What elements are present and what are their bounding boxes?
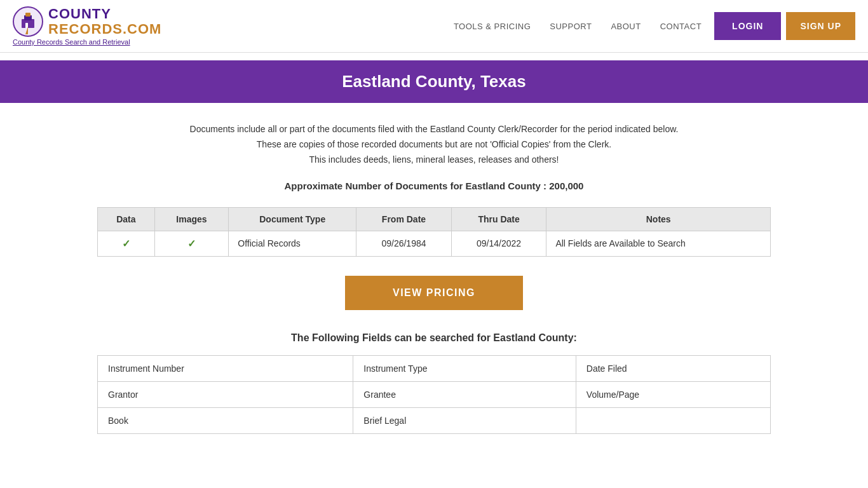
col-header-doctype: Document Type xyxy=(229,207,356,231)
cell-data-check: ✓ xyxy=(98,231,155,256)
svg-rect-3 xyxy=(25,13,31,17)
table-row: ✓ ✓ Official Records 09/26/1984 09/14/20… xyxy=(98,231,771,256)
fields-row-1: Instrument Number Instrument Type Date F… xyxy=(98,355,771,381)
description-block: Documents include all or part of the doc… xyxy=(97,122,771,167)
description-line3: This includes deeds, liens, mineral leas… xyxy=(97,152,771,168)
fields-row-2: Grantor Grantee Volume/Page xyxy=(98,381,771,407)
view-pricing-button[interactable]: VIEW PRICING xyxy=(345,276,523,310)
description-line2: These are copies of those recorded docum… xyxy=(97,137,771,152)
logo-records-text: RECORDS.COM xyxy=(48,22,161,37)
svg-rect-4 xyxy=(25,23,28,28)
cell-notes: All Fields are Available to Search xyxy=(546,231,771,256)
page-title: Eastland County, Texas xyxy=(11,72,857,92)
nav-tools-pricing[interactable]: TOOLS & PRICING xyxy=(454,22,531,31)
field-instrument-number: Instrument Number xyxy=(98,355,353,381)
logo-subtitle: County Records Search and Retrieval xyxy=(13,38,161,46)
field-book: Book xyxy=(98,407,353,433)
header: COUNTY RECORDS.COM County Records Search… xyxy=(0,0,868,53)
cell-from-date: 09/26/1984 xyxy=(356,231,452,256)
logo-icon xyxy=(13,6,43,37)
fields-row-3: Book Brief Legal xyxy=(98,407,771,433)
col-header-data: Data xyxy=(98,207,155,231)
description-line1: Documents include all or part of the doc… xyxy=(97,122,771,137)
check-data-icon: ✓ xyxy=(122,238,130,249)
cell-doc-type: Official Records xyxy=(229,231,356,256)
table-header-row: Data Images Document Type From Date Thru… xyxy=(98,207,771,231)
records-table: Data Images Document Type From Date Thru… xyxy=(97,207,771,257)
cell-images-check: ✓ xyxy=(154,231,229,256)
fields-heading: The Following Fields can be searched for… xyxy=(97,332,771,344)
nav-contact[interactable]: CONTACT xyxy=(660,22,702,31)
nav-about[interactable]: ABOUT xyxy=(611,22,641,31)
col-header-fromdate: From Date xyxy=(356,207,452,231)
field-grantor: Grantor xyxy=(98,381,353,407)
check-images-icon: ✓ xyxy=(187,238,196,249)
field-brief-legal: Brief Legal xyxy=(353,407,576,433)
page-banner: Eastland County, Texas xyxy=(0,60,868,103)
logo-text: COUNTY RECORDS.COM xyxy=(48,6,161,37)
logo-county-text: COUNTY xyxy=(48,6,161,22)
approx-count: Approximate Number of Documents for East… xyxy=(97,180,771,191)
login-button[interactable]: LOGIN xyxy=(714,12,781,40)
field-volume-page: Volume/Page xyxy=(576,381,770,407)
main-nav: TOOLS & PRICING SUPPORT ABOUT CONTACT xyxy=(454,22,702,31)
col-header-thrudate: Thru Date xyxy=(451,207,546,231)
main-content: Documents include all or part of the doc… xyxy=(85,103,783,452)
fields-table: Instrument Number Instrument Type Date F… xyxy=(97,355,771,434)
field-date-filed: Date Filed xyxy=(576,355,770,381)
field-grantee: Grantee xyxy=(353,381,576,407)
col-header-images: Images xyxy=(154,207,229,231)
signup-button[interactable]: SIGN UP xyxy=(786,12,855,40)
field-empty xyxy=(576,407,770,433)
col-header-notes: Notes xyxy=(546,207,771,231)
nav-support[interactable]: SUPPORT xyxy=(550,22,592,31)
cell-thru-date: 09/14/2022 xyxy=(451,231,546,256)
logo-area: COUNTY RECORDS.COM County Records Search… xyxy=(13,6,161,46)
field-instrument-type: Instrument Type xyxy=(353,355,576,381)
